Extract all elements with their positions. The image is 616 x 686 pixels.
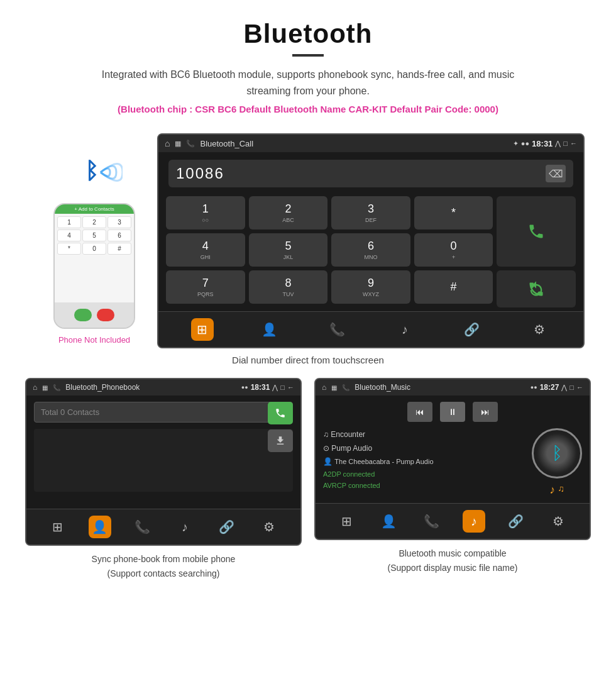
music-sim-icon: ▦	[331, 384, 337, 391]
phonebook-screen: ⌂ ▦ 📞 Bluetooth_Phonebook ●● 18:31 ⋀ □ ←…	[25, 378, 302, 546]
key-7[interactable]: 7PQRS	[166, 270, 245, 304]
pb-phone-icon[interactable]: 📞	[131, 516, 153, 538]
key-5[interactable]: 5JKL	[249, 233, 328, 267]
music-call-icon: 📞	[342, 384, 349, 391]
pb-settings-icon[interactable]: ⚙	[258, 516, 280, 538]
phone-key: 0	[82, 243, 106, 255]
dialpad-icon[interactable]: ⊞	[191, 318, 214, 341]
chip-info: (Bluetooth chip : CSR BC6 Default Blueto…	[13, 104, 603, 114]
signal-dots: ●●	[521, 140, 529, 147]
link-icon[interactable]: 🔗	[461, 318, 483, 341]
phone-key: 2	[82, 216, 106, 228]
prev-button[interactable]: ⏮	[407, 402, 432, 422]
music-icon-nav[interactable]: ♪	[393, 318, 416, 341]
music-nav-phone[interactable]: 📞	[420, 510, 443, 533]
music-info-left: ♫ Encounter ⊙ Pump Audio 👤 The Cheebacab…	[323, 428, 522, 491]
music-nav-dialpad[interactable]: ⊞	[336, 510, 358, 533]
key-3[interactable]: 3DEF	[331, 196, 410, 230]
pb-dialpad-icon[interactable]: ⊞	[47, 516, 69, 538]
pb-window: □	[280, 384, 285, 391]
music-window: □	[569, 384, 574, 391]
pb-music-icon[interactable]: ♪	[173, 516, 196, 538]
pb-call-icon: 📞	[53, 384, 60, 391]
phone-call-btn	[74, 309, 92, 321]
music-nav-contacts[interactable]: 👤	[378, 510, 400, 533]
contacts-search-input[interactable]: Total 0 Contacts	[34, 402, 293, 423]
phone-icon[interactable]: 📞	[326, 318, 348, 341]
contacts-icon[interactable]: 👤	[258, 318, 281, 341]
music-note-deco2: ♫	[558, 484, 564, 497]
music-caption: Bluetooth music compatible (Support disp…	[388, 546, 518, 575]
pb-download-btn[interactable]	[268, 429, 293, 452]
music-nav-settings[interactable]: ⚙	[547, 510, 569, 533]
dial-keypad: 1○○ 2ABC 3DEF * 4GHI 5JKL 6MNO 0+ 7PQRS …	[158, 192, 583, 311]
home-icon: ⌂	[165, 138, 170, 148]
album-title: Pump Audio	[331, 444, 372, 453]
play-pause-button[interactable]: ⏸	[440, 402, 465, 422]
music-content: ⏮ ⏸ ⏭ ♫ Encounter ⊙	[316, 396, 590, 503]
phone-not-included-label: Phone Not Included	[58, 335, 130, 345]
a2dp-status: A2DP connected AVRCP connected	[323, 469, 522, 491]
key-8[interactable]: 8TUV	[249, 270, 328, 304]
dial-time: 18:31	[532, 139, 553, 148]
music-expand: ⋀	[561, 384, 567, 392]
music-info-row: ♫ Encounter ⊙ Pump Audio 👤 The Cheebacab…	[323, 428, 582, 497]
backspace-button[interactable]: ⌫	[546, 165, 566, 182]
next-button[interactable]: ⏭	[473, 402, 498, 422]
dial-caption: Dial number direct from touchscreen	[0, 355, 616, 365]
dial-input-row: 10086 ⌫	[168, 160, 573, 187]
pb-app-name: Bluetooth_Phonebook	[65, 383, 236, 392]
music-disc-area: ᛒ ♪ ♫	[527, 428, 582, 497]
pb-status-icons: ●● 18:31 ⋀ □ ←	[241, 383, 294, 392]
bottom-screens: ⌂ ▦ 📞 Bluetooth_Phonebook ●● 18:31 ⋀ □ ←…	[0, 378, 616, 580]
person-icon: 👤	[323, 457, 334, 466]
pb-status-bar: ⌂ ▦ 📞 Bluetooth_Phonebook ●● 18:31 ⋀ □ ←	[26, 379, 300, 396]
music-note-deco1: ♪	[549, 484, 555, 497]
call-icon	[527, 223, 545, 240]
car-status-bar: ⌂ ▦ 📞 Bluetooth_Call ✦ ●● 18:31 ⋀ □ ←	[158, 135, 583, 152]
pb-contacts-icon[interactable]: 👤	[89, 516, 111, 538]
sim-icon: ▦	[175, 140, 181, 148]
music-nav-music[interactable]: ♪	[463, 510, 485, 533]
phone-key: 3	[107, 216, 131, 228]
dial-number-display: 10086	[176, 165, 546, 182]
key-2[interactable]: 2ABC	[249, 196, 328, 230]
phone-key: *	[57, 243, 81, 255]
music-status-bar: ⌂ ▦ 📞 Bluetooth_Music ●● 18:27 ⋀ □ ←	[316, 379, 590, 396]
pb-empty-list	[34, 429, 293, 492]
key-hash[interactable]: #	[414, 270, 493, 304]
settings-icon[interactable]: ⚙	[528, 318, 551, 341]
phone-key: 4	[57, 230, 81, 241]
phone-bottom	[55, 302, 134, 328]
expand-icon: ⋀	[555, 140, 561, 148]
music-status-icons: ●● 18:27 ⋀ □ ←	[531, 383, 583, 392]
back-icon: ←	[570, 140, 577, 147]
call-icon-small: 📞	[186, 140, 195, 148]
dial-app-name: Bluetooth_Call	[200, 139, 507, 148]
page-header: Bluetooth Integrated with BC6 Bluetooth …	[0, 0, 616, 133]
bt-signal-icon: ᛒ	[66, 152, 123, 193]
pb-sim-icon: ▦	[42, 384, 48, 391]
pb-bt-dot: ●●	[241, 384, 248, 390]
key-4[interactable]: 4GHI	[166, 233, 245, 267]
key-star[interactable]: *	[414, 196, 493, 230]
pb-call-btn[interactable]	[268, 402, 293, 424]
artist-row: 👤 The Cheebacabra - Pump Audio	[323, 455, 522, 469]
song-row: ♫ Encounter	[323, 428, 522, 442]
phone-key: #	[107, 243, 131, 255]
key-recall[interactable]	[497, 270, 576, 307]
pb-home-icon: ⌂	[33, 383, 37, 392]
pb-link-icon[interactable]: 🔗	[216, 516, 238, 538]
pb-time: 18:31	[251, 383, 270, 392]
key-zero[interactable]: 0+	[414, 233, 493, 267]
key-6[interactable]: 6MNO	[331, 233, 410, 267]
key-9[interactable]: 9WXYZ	[331, 270, 410, 304]
music-nav-link[interactable]: 🔗	[505, 510, 527, 533]
key-call[interactable]	[497, 196, 576, 267]
music-screen: ⌂ ▦ 📞 Bluetooth_Music ●● 18:27 ⋀ □ ← ⏮ ⏸	[314, 378, 591, 540]
title-underline	[292, 54, 324, 57]
pb-back: ←	[287, 384, 294, 391]
window-icon: □	[563, 140, 568, 147]
music-time: 18:27	[540, 383, 559, 392]
key-1[interactable]: 1○○	[166, 196, 245, 230]
